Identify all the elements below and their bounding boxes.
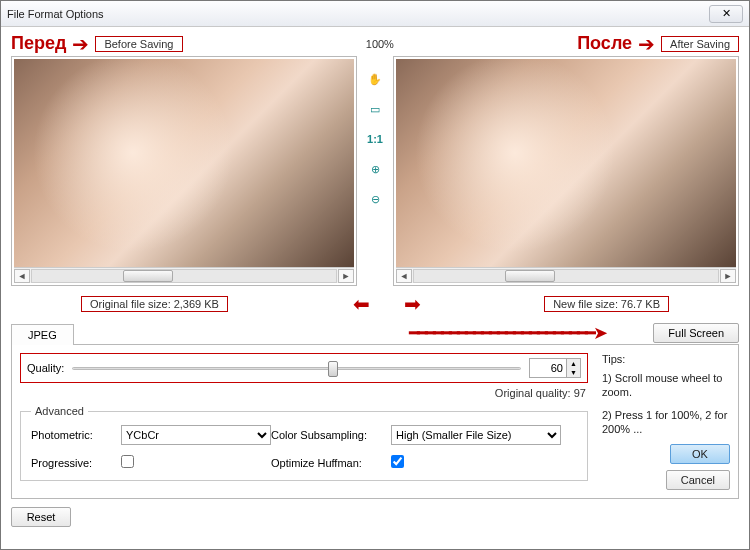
window-title: File Format Options xyxy=(7,8,104,20)
hand-tool-icon[interactable]: ✋ xyxy=(366,70,384,88)
photometric-select[interactable]: YCbCr xyxy=(121,425,271,445)
preview-before[interactable]: ◄ ► xyxy=(11,56,357,286)
arrow-right-icon: ➔ xyxy=(638,34,655,54)
hscrollbar-before[interactable]: ◄ ► xyxy=(14,267,354,283)
tip-2: 2) Press 1 for 100%, 2 for 200% ... xyxy=(602,408,730,437)
progressive-checkbox[interactable] xyxy=(121,455,134,468)
quality-input[interactable] xyxy=(530,359,566,377)
preview-before-image xyxy=(14,59,354,267)
tab-jpeg[interactable]: JPEG xyxy=(11,324,74,345)
quality-row: Quality: ▲ ▼ xyxy=(20,353,588,383)
scroll-thumb[interactable] xyxy=(123,270,173,282)
fit-screen-icon[interactable]: ▭ xyxy=(366,100,384,118)
spin-up-icon[interactable]: ▲ xyxy=(566,359,580,368)
sizes-row: Original file size: 2,369 KB ⬅ ➡ New fil… xyxy=(11,292,739,316)
zoom-in-icon[interactable]: ⊕ xyxy=(366,160,384,178)
original-quality-label: Original quality: 97 xyxy=(20,387,586,399)
scroll-thumb[interactable] xyxy=(505,270,555,282)
preview-after[interactable]: ◄ ► xyxy=(393,56,739,286)
photometric-label: Photometric: xyxy=(31,429,121,441)
quality-slider[interactable] xyxy=(72,359,521,377)
ok-button[interactable]: OK xyxy=(670,444,730,464)
original-size-box: Original file size: 2,369 KB xyxy=(81,296,228,312)
huffman-checkbox[interactable] xyxy=(391,455,404,468)
zoom-out-icon[interactable]: ⊖ xyxy=(366,190,384,208)
annotation-row: Перед ➔ Before Saving 100% После ➔ After… xyxy=(11,33,739,54)
spin-down-icon[interactable]: ▼ xyxy=(566,368,580,377)
tips-header: Tips: xyxy=(602,353,730,365)
huffman-label: Optimize Huffman: xyxy=(271,457,391,469)
subsampling-label: Color Subsampling: xyxy=(271,429,391,441)
arrow-right-icon: ➔ xyxy=(72,34,89,54)
scroll-left-icon[interactable]: ◄ xyxy=(14,269,30,283)
double-arrow-icon: ⬅ ➡ xyxy=(238,292,534,316)
zoom-percent: 100% xyxy=(366,38,394,50)
annot-after-en: After Saving xyxy=(661,36,739,52)
titlebar: File Format Options ✕ xyxy=(1,1,749,27)
tips-panel: Tips: 1) Scroll mouse wheel to zoom. 2) … xyxy=(602,353,730,490)
progressive-label: Progressive: xyxy=(31,457,121,469)
close-icon: ✕ xyxy=(722,7,731,20)
advanced-legend: Advanced xyxy=(31,405,88,417)
zoom-toolbar: ✋ ▭ 1:1 ⊕ ⊖ xyxy=(363,56,387,286)
preview-after-image xyxy=(396,59,736,267)
quality-label: Quality: xyxy=(27,362,64,374)
annot-before-en: Before Saving xyxy=(95,36,182,52)
cancel-button[interactable]: Cancel xyxy=(666,470,730,490)
quality-stepper[interactable]: ▲ ▼ xyxy=(529,358,581,378)
scroll-left-icon[interactable]: ◄ xyxy=(396,269,412,283)
annot-before-ru: Перед xyxy=(11,33,66,54)
scroll-right-icon[interactable]: ► xyxy=(720,269,736,283)
reset-button[interactable]: Reset xyxy=(11,507,71,527)
hscrollbar-after[interactable]: ◄ ► xyxy=(396,267,736,283)
annot-after-ru: После xyxy=(577,33,632,54)
full-screen-button[interactable]: Full Screen xyxy=(653,323,739,343)
subsampling-select[interactable]: High (Smaller File Size) xyxy=(391,425,561,445)
new-size-box: New file size: 76.7 KB xyxy=(544,296,669,312)
advanced-group: Advanced Photometric: YCbCr Color Subsam… xyxy=(20,405,588,481)
actual-size-icon[interactable]: 1:1 xyxy=(366,130,384,148)
scroll-right-icon[interactable]: ► xyxy=(338,269,354,283)
tip-1: 1) Scroll mouse wheel to zoom. xyxy=(602,371,730,400)
arrow-long-icon: ━━━━━━━━━━━━━━━━━━━━━━━➤ xyxy=(82,322,646,344)
slider-thumb[interactable] xyxy=(328,361,338,377)
window-close-button[interactable]: ✕ xyxy=(709,5,743,23)
